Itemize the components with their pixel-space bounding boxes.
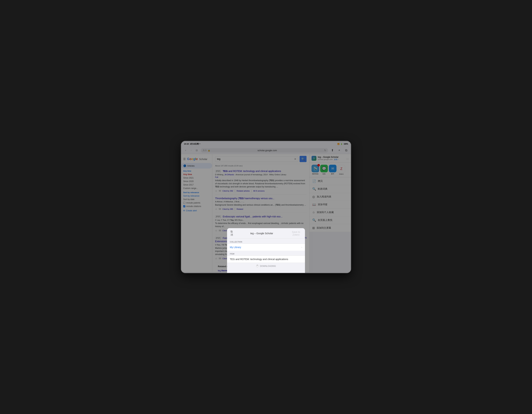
- spinner-icon: [256, 265, 258, 267]
- modal-collection-section-label: COLLECTION: [227, 239, 305, 244]
- modal-save-button[interactable]: Save to Zotero: [290, 231, 302, 236]
- modal-item-value: TEG and ROTEM: technology and clinical a…: [227, 256, 305, 263]
- ipad-device: 14:10 3月15日周一 📶 🔋 100% ‹ › ⊟ 大小 🔒 schola…: [181, 141, 351, 273]
- modal-downloading: DOWNLOADING: [227, 263, 305, 269]
- modal-item-section-label: ITEM: [227, 251, 305, 256]
- modal-title-input[interactable]: [234, 232, 290, 235]
- modal-collection-row[interactable]: My Library ›: [227, 244, 305, 251]
- downloading-label: DOWNLOADING: [260, 265, 276, 267]
- chevron-right-icon: ›: [301, 246, 302, 249]
- zotero-modal-overlay: 取消 Save to Zotero COLLECTION My Library …: [181, 141, 351, 273]
- modal-collection-value: My Library: [230, 246, 241, 249]
- modal-header: 取消 Save to Zotero: [227, 228, 305, 239]
- modal-cancel-button[interactable]: 取消: [230, 230, 234, 237]
- zotero-modal: 取消 Save to Zotero COLLECTION My Library …: [227, 228, 305, 273]
